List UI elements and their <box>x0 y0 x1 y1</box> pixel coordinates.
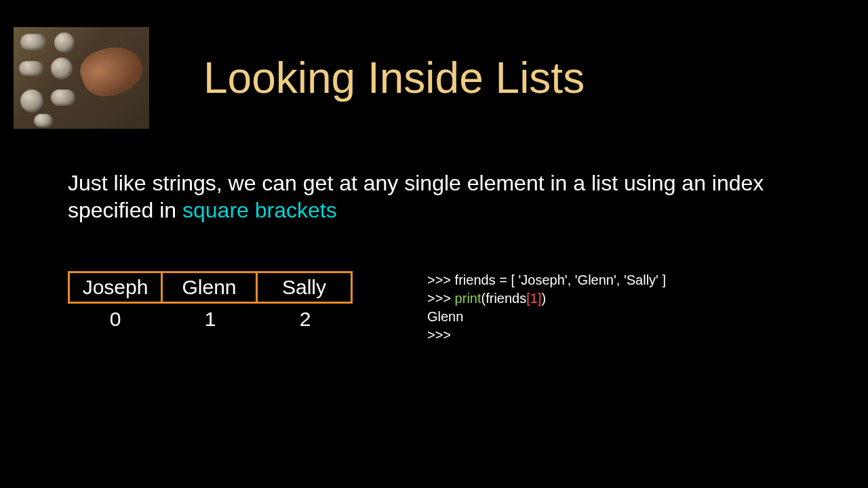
code-prompt: >>> <box>427 291 455 306</box>
body-text: Just like strings, we can get at any sin… <box>0 129 868 224</box>
slide: Looking Inside Lists Just like strings, … <box>0 0 868 488</box>
body-text-highlight: square brackets <box>182 198 337 222</box>
slide-title: Looking Inside Lists <box>203 53 585 103</box>
code-num: 1 <box>530 291 538 306</box>
list-cells: Joseph Glenn Sally <box>68 271 353 304</box>
elevator-buttons-image <box>14 27 149 129</box>
code-prompt: >>> <box>427 327 451 342</box>
code-prompt: >>> <box>427 272 455 287</box>
code-var: friends <box>486 291 526 306</box>
code-fn: print <box>455 291 481 306</box>
list-indices: 0 1 2 <box>68 308 353 331</box>
body-text-pre: Just like strings, we can get at any sin… <box>68 171 764 222</box>
list-index: 1 <box>163 308 258 331</box>
code-output: Glenn <box>427 309 463 324</box>
code-block: >>> friends = [ 'Joseph', 'Glenn', 'Sall… <box>427 271 666 344</box>
list-diagram: Joseph Glenn Sally 0 1 2 <box>68 271 353 331</box>
code-paren: ) <box>541 291 546 306</box>
list-cell: Sally <box>258 271 353 304</box>
list-cell: Glenn <box>163 271 258 304</box>
list-index: 2 <box>258 308 353 331</box>
list-index: 0 <box>68 308 163 331</box>
code-text: friends = [ 'Joseph', 'Glenn', 'Sally' ] <box>455 272 666 287</box>
lower-row: Joseph Glenn Sally 0 1 2 >>> friends = [… <box>0 224 868 344</box>
header: Looking Inside Lists <box>0 0 868 129</box>
list-cell: Joseph <box>68 271 163 304</box>
